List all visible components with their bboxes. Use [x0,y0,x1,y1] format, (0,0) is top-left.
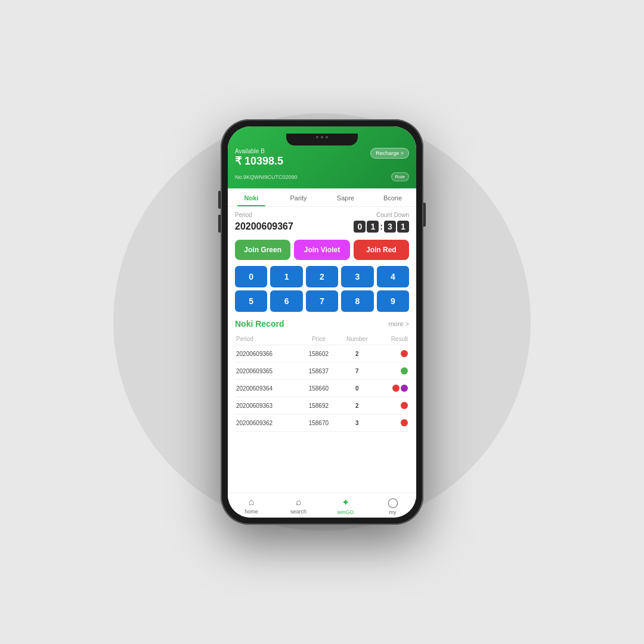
phone-frame: Available B ₹ 10398.5 Recharge > No.9KQW… [221,119,423,525]
home-icon: ⌂ [249,497,255,507]
cell-period: 20200609366 [235,345,300,363]
nav-search-label: search [290,509,306,515]
nav-wingo-label: winGO [338,509,354,515]
period-number: 20200609367 [235,221,293,232]
cell-period: 20200609362 [235,414,300,432]
period-label: Period [235,212,252,218]
nav-search[interactable]: ⌕ search [275,497,322,515]
num-btn-9[interactable]: 9 [377,290,409,312]
col-result: Result [377,333,409,345]
record-table: Period Price Number Result 2020060936615… [235,333,409,432]
countdown-d3: 1 [397,221,409,233]
tab-parity[interactable]: Parity [275,188,322,206]
more-link[interactable]: more > [388,320,409,327]
record-header: Noki Record more > [235,319,409,329]
num-btn-1[interactable]: 1 [270,266,302,287]
volume-up-button [218,191,221,209]
num-btn-0[interactable]: 0 [235,266,267,287]
cell-period: 20200609364 [235,380,300,397]
notch [286,134,358,145]
cell-price: 158637 [300,363,338,380]
phone-device: Available B ₹ 10398.5 Recharge > No.9KQW… [221,119,423,525]
main-content: Period Count Down 20200609367 0 1 : 3 1 [228,207,416,493]
cell-number: 2 [338,345,377,363]
join-violet-button[interactable]: Join Violet [294,240,349,260]
countdown-display: 0 1 : 3 1 [354,221,409,233]
table-row: 202006093621586703 [235,414,409,432]
num-btn-2[interactable]: 2 [306,266,338,287]
my-icon: ◯ [388,497,398,508]
num-btn-6[interactable]: 6 [270,290,302,312]
col-price: Price [300,333,338,345]
record-title: Noki Record [235,319,284,329]
cell-result [377,397,409,414]
red-dot [401,419,408,426]
table-row: 202006093631586922 [235,397,409,414]
notch-dot-left [316,136,318,138]
cell-result [377,414,409,432]
recharge-button[interactable]: Recharge > [370,148,409,159]
period-id: No.9KQWNI9CUTC02090 [235,174,298,180]
nav-my-label: my [389,509,397,515]
rule-button[interactable]: Rule [391,172,409,181]
cell-number: 2 [338,397,377,414]
countdown-d0: 0 [354,221,366,233]
nav-wingo[interactable]: ✦ winGO [322,497,369,515]
cell-price: 158670 [300,414,338,432]
cell-result [377,380,409,397]
red-dot [392,385,400,392]
action-buttons: Join Green Join Violet Join Red [235,240,409,260]
table-row: 202006093651586377 [235,363,409,380]
green-dot [401,367,408,374]
num-btn-7[interactable]: 7 [306,290,338,312]
phone-screen: Available B ₹ 10398.5 Recharge > No.9KQW… [228,126,416,518]
violet-dot [401,385,408,392]
notch-dot-right [326,136,328,138]
cell-number: 0 [338,380,377,397]
nav-home-label: home [244,509,258,515]
countdown-label: Count Down [376,212,409,218]
red-dot [401,350,408,357]
nav-home[interactable]: ⌂ home [228,497,275,515]
countdown-d1: 1 [367,221,379,233]
tab-sapre[interactable]: Sapre [322,188,369,206]
available-label: Available B [235,148,283,154]
table-row: 202006093661586022 [235,345,409,363]
notch-dot-center [321,136,323,138]
num-btn-3[interactable]: 3 [341,266,373,287]
table-header-row: Period Price Number Result [235,333,409,345]
join-green-button[interactable]: Join Green [235,240,290,260]
cell-price: 158660 [300,380,338,397]
cell-price: 158692 [300,397,338,414]
join-red-button[interactable]: Join Red [354,240,409,260]
red-dot [401,402,408,409]
volume-down-button [218,215,221,233]
wingo-icon: ✦ [342,497,349,508]
balance-display: ₹ 10398.5 [235,154,283,168]
table-row: 202006093641586600 [235,380,409,397]
record-body: 2020060936615860222020060936515863772020… [235,345,409,432]
power-button [423,203,426,227]
nav-my[interactable]: ◯ my [369,497,416,515]
cell-number: 7 [338,363,377,380]
bottom-nav: ⌂ home ⌕ search ✦ winGO ◯ my [228,493,416,518]
cell-price: 158602 [300,345,338,363]
period-number-row: 20200609367 0 1 : 3 1 [235,221,409,233]
number-grid: 0 1 2 3 4 5 6 7 8 9 [235,266,409,312]
col-number: Number [338,333,377,345]
notch-dots [316,136,328,138]
cell-number: 3 [338,414,377,432]
tab-bar: Noki Parity Sapre Bcone [228,188,416,207]
col-period: Period [235,333,300,345]
tab-bcone[interactable]: Bcone [369,188,416,206]
tab-noki[interactable]: Noki [228,188,275,206]
countdown-d2: 3 [384,221,396,233]
period-labels-row: Period Count Down [235,212,409,218]
countdown-sep: : [380,222,383,231]
cell-result [377,345,409,363]
cell-result [377,363,409,380]
num-btn-5[interactable]: 5 [235,290,267,312]
num-btn-8[interactable]: 8 [341,290,373,312]
search-icon: ⌕ [296,497,302,507]
num-btn-4[interactable]: 4 [377,266,409,287]
